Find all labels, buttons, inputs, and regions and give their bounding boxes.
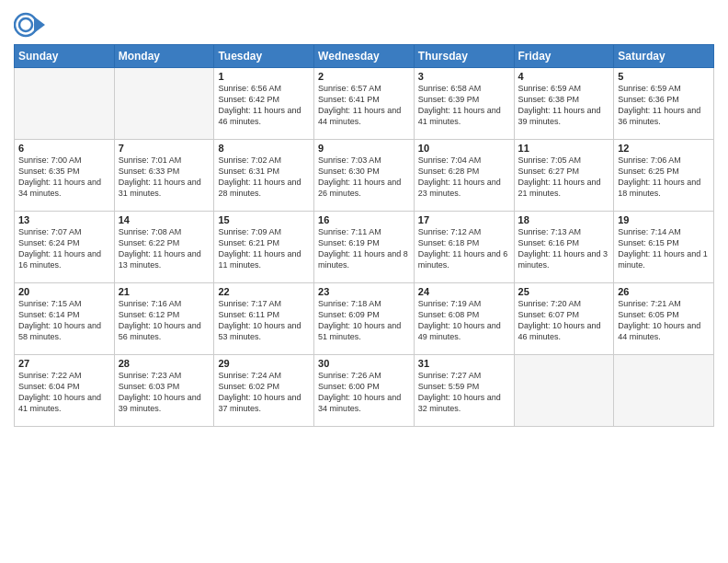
calendar-cell — [514, 355, 614, 427]
day-number: 4 — [518, 71, 610, 82]
day-detail: Sunrise: 7:22 AMSunset: 6:04 PMDaylight:… — [18, 370, 110, 415]
calendar-cell: 2Sunrise: 6:57 AMSunset: 6:41 PMDaylight… — [314, 68, 415, 140]
calendar-cell: 29Sunrise: 7:24 AMSunset: 6:02 PMDayligh… — [214, 355, 314, 427]
calendar-cell: 22Sunrise: 7:17 AMSunset: 6:11 PMDayligh… — [214, 283, 314, 355]
calendar-cell: 16Sunrise: 7:11 AMSunset: 6:19 PMDayligh… — [314, 212, 415, 283]
svg-point-1 — [19, 18, 32, 31]
day-detail: Sunrise: 7:02 AMSunset: 6:31 PMDaylight:… — [218, 155, 310, 200]
day-detail: Sunrise: 7:26 AMSunset: 6:00 PMDaylight:… — [318, 370, 410, 415]
calendar-cell: 12Sunrise: 7:06 AMSunset: 6:25 PMDayligh… — [614, 140, 714, 212]
header — [14, 9, 714, 40]
day-detail: Sunrise: 7:08 AMSunset: 6:22 PMDaylight:… — [119, 226, 210, 271]
day-number: 31 — [418, 358, 510, 369]
calendar-cell: 20Sunrise: 7:15 AMSunset: 6:14 PMDayligh… — [15, 283, 115, 355]
day-detail: Sunrise: 7:07 AMSunset: 6:24 PMDaylight:… — [18, 226, 110, 271]
calendar-cell: 26Sunrise: 7:21 AMSunset: 6:05 PMDayligh… — [614, 283, 714, 355]
day-detail: Sunrise: 7:18 AMSunset: 6:09 PMDaylight:… — [318, 298, 410, 343]
day-detail: Sunrise: 7:17 AMSunset: 6:11 PMDaylight:… — [218, 298, 310, 343]
day-detail: Sunrise: 7:01 AMSunset: 6:33 PMDaylight:… — [119, 155, 210, 200]
calendar-cell: 18Sunrise: 7:13 AMSunset: 6:16 PMDayligh… — [514, 212, 614, 283]
calendar-cell: 27Sunrise: 7:22 AMSunset: 6:04 PMDayligh… — [15, 355, 115, 427]
day-detail: Sunrise: 6:56 AMSunset: 6:42 PMDaylight:… — [218, 83, 310, 128]
day-header-saturday: Saturday — [614, 45, 714, 68]
day-number: 7 — [119, 143, 210, 154]
calendar-cell: 1Sunrise: 6:56 AMSunset: 6:42 PMDaylight… — [214, 68, 314, 140]
day-detail: Sunrise: 6:59 AMSunset: 6:36 PMDaylight:… — [618, 83, 710, 128]
day-detail: Sunrise: 7:05 AMSunset: 6:27 PMDaylight:… — [518, 155, 610, 200]
day-detail: Sunrise: 7:27 AMSunset: 5:59 PMDaylight:… — [418, 370, 510, 415]
calendar-cell: 11Sunrise: 7:05 AMSunset: 6:27 PMDayligh… — [514, 140, 614, 212]
week-row-2: 6Sunrise: 7:00 AMSunset: 6:35 PMDaylight… — [15, 140, 714, 212]
day-detail: Sunrise: 7:00 AMSunset: 6:35 PMDaylight:… — [18, 155, 110, 200]
day-header-wednesday: Wednesday — [314, 45, 415, 68]
day-number: 22 — [218, 286, 310, 297]
day-detail: Sunrise: 7:20 AMSunset: 6:07 PMDaylight:… — [518, 298, 610, 343]
day-number: 30 — [318, 358, 410, 369]
calendar-cell: 23Sunrise: 7:18 AMSunset: 6:09 PMDayligh… — [314, 283, 415, 355]
calendar-cell: 13Sunrise: 7:07 AMSunset: 6:24 PMDayligh… — [15, 212, 115, 283]
day-detail: Sunrise: 7:09 AMSunset: 6:21 PMDaylight:… — [218, 226, 310, 271]
calendar-cell: 28Sunrise: 7:23 AMSunset: 6:03 PMDayligh… — [114, 355, 214, 427]
day-number: 25 — [518, 286, 610, 297]
calendar-cell — [15, 68, 115, 140]
calendar-cell: 8Sunrise: 7:02 AMSunset: 6:31 PMDaylight… — [214, 140, 314, 212]
svg-marker-2 — [34, 17, 45, 33]
day-number: 26 — [618, 286, 710, 297]
day-number: 13 — [18, 214, 110, 225]
day-detail: Sunrise: 7:19 AMSunset: 6:08 PMDaylight:… — [418, 298, 510, 343]
day-number: 19 — [618, 214, 710, 225]
day-header-thursday: Thursday — [414, 45, 514, 68]
day-number: 23 — [318, 286, 410, 297]
day-number: 18 — [518, 214, 610, 225]
day-detail: Sunrise: 7:21 AMSunset: 6:05 PMDaylight:… — [618, 298, 710, 343]
calendar-cell: 6Sunrise: 7:00 AMSunset: 6:35 PMDaylight… — [15, 140, 115, 212]
day-header-sunday: Sunday — [15, 45, 115, 68]
day-header-friday: Friday — [514, 45, 614, 68]
week-row-3: 13Sunrise: 7:07 AMSunset: 6:24 PMDayligh… — [15, 212, 714, 283]
calendar-cell: 5Sunrise: 6:59 AMSunset: 6:36 PMDaylight… — [614, 68, 714, 140]
calendar-cell: 4Sunrise: 6:59 AMSunset: 6:38 PMDaylight… — [514, 68, 614, 140]
calendar-cell: 15Sunrise: 7:09 AMSunset: 6:21 PMDayligh… — [214, 212, 314, 283]
calendar-cell: 9Sunrise: 7:03 AMSunset: 6:30 PMDaylight… — [314, 140, 415, 212]
day-detail: Sunrise: 7:06 AMSunset: 6:25 PMDaylight:… — [618, 155, 710, 200]
calendar-cell: 21Sunrise: 7:16 AMSunset: 6:12 PMDayligh… — [114, 283, 214, 355]
day-header-monday: Monday — [114, 45, 214, 68]
day-detail: Sunrise: 7:14 AMSunset: 6:15 PMDaylight:… — [618, 226, 710, 271]
logo-icon — [14, 9, 45, 40]
calendar-cell: 17Sunrise: 7:12 AMSunset: 6:18 PMDayligh… — [414, 212, 514, 283]
day-number: 10 — [418, 143, 510, 154]
day-number: 1 — [218, 71, 310, 82]
calendar-header-row: SundayMondayTuesdayWednesdayThursdayFrid… — [15, 45, 714, 68]
day-number: 28 — [119, 358, 210, 369]
week-row-5: 27Sunrise: 7:22 AMSunset: 6:04 PMDayligh… — [15, 355, 714, 427]
day-number: 27 — [18, 358, 110, 369]
day-number: 8 — [218, 143, 310, 154]
day-number: 11 — [518, 143, 610, 154]
calendar-table: SundayMondayTuesdayWednesdayThursdayFrid… — [14, 44, 714, 427]
day-number: 5 — [618, 71, 710, 82]
day-detail: Sunrise: 7:13 AMSunset: 6:16 PMDaylight:… — [518, 226, 610, 271]
day-number: 6 — [18, 143, 110, 154]
day-number: 20 — [18, 286, 110, 297]
calendar-cell — [614, 355, 714, 427]
day-number: 15 — [218, 214, 310, 225]
day-number: 3 — [418, 71, 510, 82]
svg-point-0 — [15, 14, 37, 36]
day-number: 2 — [318, 71, 410, 82]
day-detail: Sunrise: 6:57 AMSunset: 6:41 PMDaylight:… — [318, 83, 410, 128]
day-detail: Sunrise: 7:15 AMSunset: 6:14 PMDaylight:… — [18, 298, 110, 343]
calendar-cell: 24Sunrise: 7:19 AMSunset: 6:08 PMDayligh… — [414, 283, 514, 355]
calendar-cell: 7Sunrise: 7:01 AMSunset: 6:33 PMDaylight… — [114, 140, 214, 212]
calendar-cell: 31Sunrise: 7:27 AMSunset: 5:59 PMDayligh… — [414, 355, 514, 427]
day-detail: Sunrise: 7:11 AMSunset: 6:19 PMDaylight:… — [318, 226, 410, 271]
day-number: 12 — [618, 143, 710, 154]
day-number: 21 — [119, 286, 210, 297]
day-number: 24 — [418, 286, 510, 297]
day-number: 14 — [119, 214, 210, 225]
day-number: 17 — [418, 214, 510, 225]
day-detail: Sunrise: 7:23 AMSunset: 6:03 PMDaylight:… — [119, 370, 210, 415]
calendar-cell: 30Sunrise: 7:26 AMSunset: 6:00 PMDayligh… — [314, 355, 415, 427]
calendar-cell: 14Sunrise: 7:08 AMSunset: 6:22 PMDayligh… — [114, 212, 214, 283]
day-detail: Sunrise: 7:16 AMSunset: 6:12 PMDaylight:… — [119, 298, 210, 343]
calendar-cell: 10Sunrise: 7:04 AMSunset: 6:28 PMDayligh… — [414, 140, 514, 212]
